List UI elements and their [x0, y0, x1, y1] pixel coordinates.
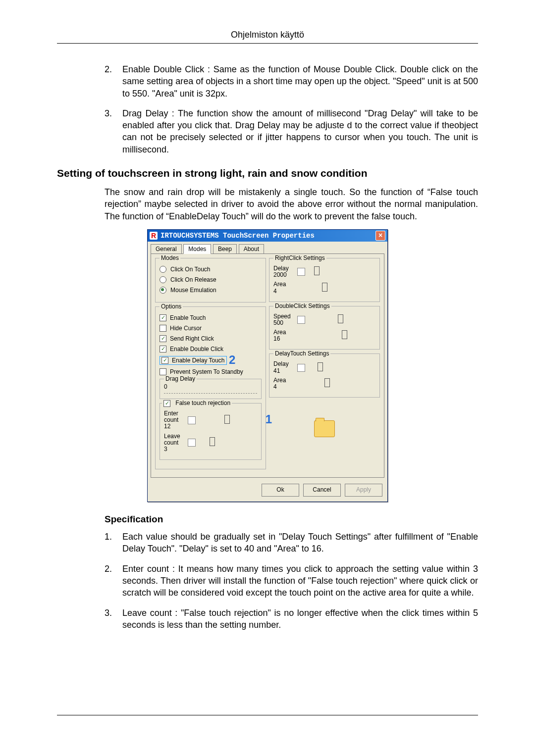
group-title: Drag Delay	[164, 375, 197, 382]
dialog-buttons: Ok Cancel Apply	[148, 481, 387, 502]
list-item: 3. Leave count : "False touch rejection"…	[105, 607, 478, 631]
dt-delay-value: 41	[273, 368, 295, 374]
checkbox-icon	[160, 314, 166, 321]
app-icon: R	[150, 232, 158, 240]
slider-track[interactable]	[164, 390, 257, 394]
doubleclick-area-slider[interactable]: Area16	[273, 329, 375, 342]
tab-about[interactable]: About	[239, 244, 264, 253]
group-false-touch: False touch rejection Enter count12 Leav…	[160, 403, 262, 460]
check-label: Enable Double Click	[170, 346, 223, 353]
checkbox-icon	[163, 400, 170, 407]
right-column: RightClick Settings Delay2000 Area4 Doub…	[269, 258, 380, 473]
group-drag-delay: Drag Delay 0	[160, 379, 262, 399]
checkbox-icon	[160, 368, 166, 375]
enter-count-slider[interactable]: Enter count12	[164, 410, 257, 430]
item-text: Each value should be gradually set in "D…	[122, 531, 478, 555]
leave-count-label: Leave count	[164, 433, 186, 446]
tab-beep[interactable]: Beep	[213, 244, 237, 253]
item-text: Drag Delay : The function show the amoun…	[122, 107, 478, 155]
value-input[interactable]	[297, 364, 305, 372]
radio-click-on-release[interactable]: Click On Release	[160, 276, 262, 283]
check-send-right-click[interactable]: Send Right Click	[160, 335, 262, 342]
check-label: Hide Cursor	[170, 325, 202, 332]
check-label: Prevent System To Standby	[170, 368, 243, 375]
drag-delay-value: 0	[164, 383, 257, 390]
check-enable-touch[interactable]: Enable Touch	[160, 314, 262, 321]
item-number: 2.	[105, 63, 122, 100]
leave-count-slider[interactable]: Leave count3	[164, 433, 257, 453]
item-text: Leave count : "False touch rejection" is…	[122, 607, 478, 631]
ok-button[interactable]: Ok	[262, 484, 299, 497]
radio-icon	[160, 287, 166, 294]
top-numbered-list: 2. Enable Double Click : Same as the fun…	[57, 63, 478, 155]
value-input[interactable]	[297, 316, 305, 324]
dt-area-value: 4	[273, 384, 295, 390]
callout-1: 1	[266, 412, 272, 426]
radio-icon	[160, 276, 166, 283]
enter-count-value: 12	[164, 423, 186, 430]
false-touch-label: False touch rejection	[175, 400, 230, 406]
value-input[interactable]	[297, 268, 305, 276]
left-column: Modes Click On Touch Click On Release Mo…	[155, 258, 266, 473]
group-delaytouch: DelayTouch Settings Delay41 Area4	[269, 353, 380, 398]
titlebar[interactable]: R IRTOUCHSYSTEMS TouchScreen Properties …	[148, 230, 387, 242]
check-enable-double-click[interactable]: Enable Double Click	[160, 346, 262, 353]
header-rule	[57, 43, 478, 44]
radio-click-on-touch[interactable]: Click On Touch	[160, 266, 262, 273]
rightclick-delay-slider[interactable]: Delay2000	[273, 265, 375, 278]
rightclick-area-slider[interactable]: Area4	[273, 281, 375, 294]
doubleclick-speed-slider[interactable]: Speed500	[273, 313, 375, 326]
properties-dialog: R IRTOUCHSYSTEMS TouchScreen Properties …	[147, 229, 388, 502]
group-title-check[interactable]: False touch rejection	[162, 400, 232, 407]
list-item: 2. Enable Double Click : Same as the fun…	[105, 63, 478, 100]
tab-general[interactable]: General	[151, 244, 182, 253]
radio-icon	[160, 266, 166, 273]
section-paragraph: The snow and rain drop will be mistakenl…	[105, 186, 478, 222]
check-hide-cursor[interactable]: Hide Cursor	[160, 325, 262, 332]
dc-speed-value: 500	[273, 320, 295, 326]
item-number: 1.	[105, 531, 122, 555]
dc-area-value: 16	[273, 336, 295, 342]
list-item: 1. Each value should be gradually set in…	[105, 531, 478, 555]
tab-modes[interactable]: Modes	[183, 244, 211, 254]
item-text: Enable Double Click : Same as the functi…	[122, 63, 478, 100]
delaytouch-area-slider[interactable]: Area4	[273, 377, 375, 390]
window-title: IRTOUCHSYSTEMS TouchScreen Properties	[160, 232, 315, 240]
check-enable-delay-touch[interactable]: Enable Delay Touch 2	[160, 356, 262, 365]
group-rightclick: RightClick Settings Delay2000 Area4	[269, 258, 380, 302]
group-title: DoubleClick Settings	[273, 302, 331, 309]
cancel-button[interactable]: Cancel	[303, 484, 341, 497]
close-icon[interactable]: ×	[375, 231, 385, 241]
value-input[interactable]	[188, 416, 196, 424]
item-number: 2.	[105, 563, 122, 599]
apply-button[interactable]: Apply	[345, 484, 382, 497]
item-number: 3.	[105, 107, 122, 155]
group-options: Options Enable Touch Hide Cursor Send Ri…	[155, 306, 266, 469]
radio-mouse-emulation[interactable]: Mouse Emulation	[160, 287, 262, 294]
folder-icon-area	[269, 402, 380, 456]
group-modes: Modes Click On Touch Click On Release Mo…	[155, 258, 266, 302]
radio-label: Mouse Emulation	[170, 287, 216, 294]
spec-numbered-list: 1. Each value should be gradually set in…	[57, 531, 478, 631]
dt-delay-label: Delay	[273, 361, 295, 367]
group-title: Options	[160, 303, 183, 310]
list-item: 2. Enter count : It means how many times…	[105, 563, 478, 599]
check-label: Enable Touch	[170, 314, 206, 321]
checkbox-icon	[160, 346, 166, 353]
dialog-screenshot: R IRTOUCHSYSTEMS TouchScreen Properties …	[57, 229, 478, 502]
check-label: Send Right Click	[170, 335, 214, 342]
folder-icon[interactable]	[314, 420, 335, 437]
page-header: Ohjelmiston käyttö	[57, 30, 478, 40]
specification-heading: Specification	[105, 514, 478, 525]
checkbox-icon	[161, 357, 168, 364]
delaytouch-delay-slider[interactable]: Delay41	[273, 361, 375, 374]
rc-area-value: 4	[273, 288, 295, 295]
highlight-box: Enable Delay Touch	[160, 356, 227, 365]
footer-rule	[57, 715, 478, 715]
radio-label: Click On Release	[170, 276, 216, 283]
value-input[interactable]	[188, 439, 196, 447]
callout-2: 2	[229, 353, 235, 367]
item-text: Enter count : It means how many times yo…	[122, 563, 478, 599]
check-prevent-standby[interactable]: Prevent System To Standby	[160, 368, 262, 375]
radio-label: Click On Touch	[170, 266, 210, 273]
